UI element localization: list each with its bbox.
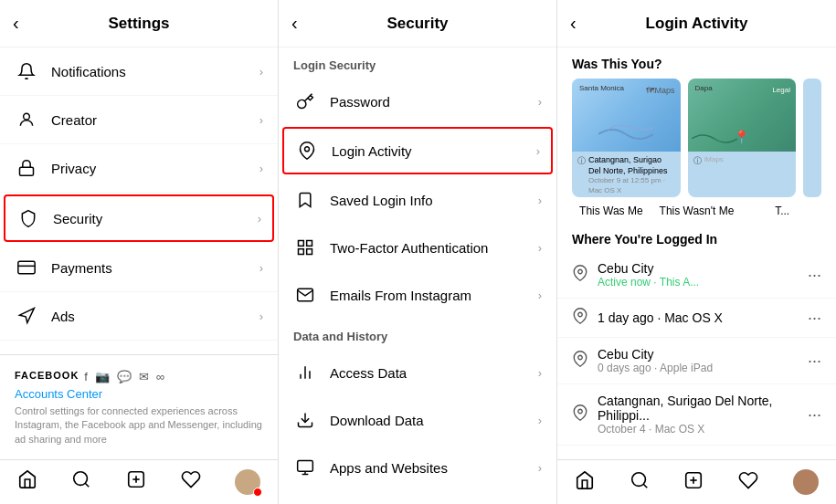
- chevron-icon: ›: [538, 241, 542, 255]
- settings-item-security[interactable]: Security ›: [4, 194, 274, 242]
- map-info-2: ⓘ iMaps: [688, 152, 797, 171]
- location-pin-icon-5: [572, 351, 588, 371]
- login-activity-header: ‹ Login Activity: [557, 0, 836, 47]
- map-card-1[interactable]: Santa Monica 🗺Maps ⓘ Catangnan, Surigao …: [572, 79, 681, 197]
- security-icon: [16, 206, 40, 230]
- chevron-icon: ›: [259, 113, 263, 127]
- settings-item-privacy[interactable]: Privacy ›: [0, 144, 278, 193]
- settings-panel: ‹ Settings Notifications › Creator › Pri…: [0, 0, 279, 504]
- location-info-3: Cebu City 0 days ago · Apple iPad: [598, 347, 808, 374]
- svg-point-36: [578, 355, 583, 360]
- location-icon: [295, 139, 319, 163]
- location-name-1: Catangnan, Surigao Del Norte, Philippine…: [588, 155, 675, 176]
- fb-icon: f: [84, 370, 88, 383]
- security-item-download-data[interactable]: Download Data ›: [279, 396, 556, 444]
- home-nav-icon[interactable]: [17, 469, 37, 495]
- verification-buttons-row: This Was Me This Wasn't Me T...: [557, 197, 836, 225]
- map-card-2[interactable]: Dapa Legal 📍 ⓘ iMaps: [688, 79, 797, 197]
- search-nav-icon[interactable]: [71, 469, 91, 495]
- heart-nav-icon[interactable]: [181, 469, 201, 495]
- key-icon: [293, 89, 317, 113]
- svg-point-34: [578, 269, 583, 274]
- login-activity-label: Login Activity: [332, 143, 536, 159]
- download-data-label: Download Data: [330, 413, 538, 428]
- chevron-icon: ›: [258, 212, 261, 226]
- city-name-4: Catangnan, Surigao Del Norte, Philippi..…: [598, 394, 808, 423]
- login-activity-bottom-nav: [557, 459, 836, 504]
- security-item-2fa[interactable]: Two-Factor Authentication ›: [279, 224, 556, 271]
- svg-rect-24: [298, 461, 313, 472]
- more-options-button-4[interactable]: ···: [808, 405, 821, 425]
- svg-rect-2: [18, 261, 35, 273]
- location-item-3[interactable]: Cebu City 0 days ago · Apple iPad ···: [557, 338, 836, 384]
- where-logged-in-heading: Where You're Logged In: [557, 225, 836, 252]
- bookmark-icon: [293, 188, 317, 212]
- ads-label: Ads: [51, 309, 259, 324]
- settings-item-account[interactable]: Account ›: [0, 341, 278, 354]
- add-nav-icon[interactable]: [126, 469, 146, 495]
- security-title: Security: [386, 15, 448, 33]
- map-label-2: iMaps: [704, 155, 724, 164]
- profile-avatar[interactable]: [235, 469, 260, 495]
- chevron-icon: ›: [259, 310, 263, 323]
- facebook-description: Control settings for connected experienc…: [15, 404, 263, 446]
- profile-avatar[interactable]: [793, 469, 819, 495]
- chevron-icon: ›: [538, 366, 542, 380]
- back-button[interactable]: ‹: [570, 13, 577, 34]
- security-item-clear-history[interactable]: Clear Search History ›: [279, 491, 556, 504]
- heart-nav-icon[interactable]: [738, 470, 758, 494]
- chevron-icon: ›: [259, 65, 263, 79]
- security-item-login-activity[interactable]: Login Activity ›: [282, 127, 553, 174]
- location-info-4: Catangnan, Surigao Del Norte, Philippi..…: [598, 394, 808, 436]
- data-history-label: Data and History: [279, 319, 556, 349]
- payments-icon: [15, 256, 38, 279]
- map-card-3-partial: [803, 79, 821, 197]
- location-item-4[interactable]: Catangnan, Surigao Del Norte, Philippi..…: [557, 384, 836, 446]
- map-info-1: ⓘ Catangnan, Surigao Del Norte, Philippi…: [572, 152, 681, 197]
- creator-label: Creator: [51, 112, 259, 128]
- back-button[interactable]: ‹: [291, 13, 298, 34]
- location-date-1: October 9 at 12:55 pm · Mac OS X: [588, 176, 675, 195]
- settings-item-creator[interactable]: Creator ›: [0, 96, 278, 144]
- notifications-icon: [15, 59, 38, 83]
- settings-item-ads[interactable]: Ads ›: [0, 292, 278, 341]
- 2fa-label: Two-Factor Authentication: [330, 240, 538, 256]
- third-option-label: T...: [743, 205, 821, 217]
- back-button[interactable]: ‹: [13, 13, 19, 34]
- ads-icon: [15, 304, 38, 328]
- security-item-emails[interactable]: Emails From Instagram ›: [279, 271, 556, 319]
- location-pin-icon: ⓘ: [577, 156, 586, 167]
- maps-brand-label-2: Legal: [772, 86, 790, 94]
- svg-rect-17: [307, 241, 312, 247]
- settings-item-payments[interactable]: Payments ›: [0, 244, 278, 292]
- search-nav-icon[interactable]: [630, 470, 650, 494]
- city-name-2: 1 day ago · Mac OS X: [598, 310, 808, 325]
- location-detail-3: 0 days ago · Apple iPad: [598, 362, 808, 374]
- this-was-me-button[interactable]: This Was Me: [572, 205, 651, 217]
- security-panel: ‹ Security Login Security Password › Log…: [279, 0, 557, 504]
- download-icon: [293, 408, 317, 432]
- home-nav-icon[interactable]: [575, 470, 595, 494]
- location-info-2: 1 day ago · Mac OS X: [598, 310, 808, 325]
- location-pin-icon-3: [572, 265, 588, 285]
- more-options-button-2[interactable]: ···: [808, 309, 821, 328]
- security-item-saved-login[interactable]: Saved Login Info ›: [279, 176, 556, 224]
- svg-point-38: [631, 473, 645, 487]
- location-item-2[interactable]: 1 day ago · Mac OS X ···: [557, 299, 836, 338]
- chevron-icon: ›: [259, 261, 263, 275]
- svg-point-10: [74, 472, 88, 486]
- this-wasnt-me-button[interactable]: This Wasn't Me: [658, 205, 736, 217]
- more-options-button-1[interactable]: ···: [808, 266, 821, 285]
- more-options-button-3[interactable]: ···: [808, 352, 821, 371]
- chevron-icon: ›: [538, 414, 542, 427]
- settings-title: Settings: [108, 15, 169, 33]
- accounts-center-link[interactable]: Accounts Center: [15, 387, 263, 401]
- map-image-1: Santa Monica 🗺Maps: [572, 79, 681, 152]
- santa-monica-label: Santa Monica: [579, 84, 624, 92]
- add-nav-icon[interactable]: [683, 470, 704, 494]
- settings-item-notifications[interactable]: Notifications ›: [0, 47, 278, 96]
- security-item-password[interactable]: Password ›: [279, 78, 556, 125]
- location-item-1[interactable]: Cebu City Active now · This A... ···: [557, 252, 836, 299]
- security-item-access-data[interactable]: Access Data ›: [279, 349, 556, 396]
- security-item-apps-websites[interactable]: Apps and Websites ›: [279, 444, 556, 491]
